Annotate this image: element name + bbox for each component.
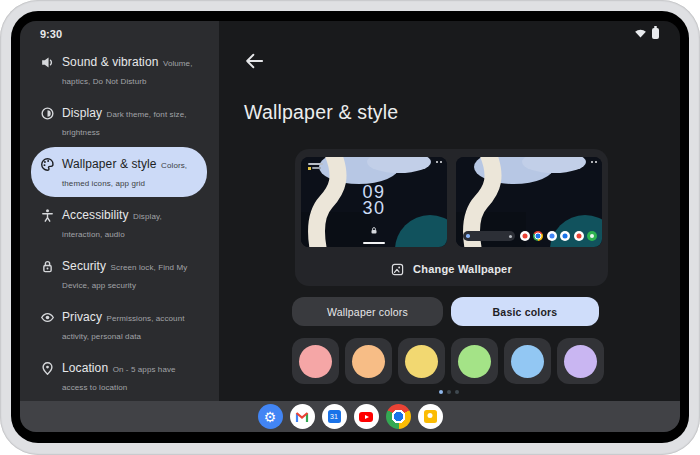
settings-app-icon[interactable]: ⚙ bbox=[258, 404, 283, 429]
gmail-mini-icon bbox=[520, 231, 530, 241]
sidebar-item-label: Sound & vibration bbox=[62, 55, 158, 69]
search-bar-mini bbox=[463, 231, 515, 241]
battery-icon bbox=[652, 28, 659, 39]
sidebar-item-sound[interactable]: Sound & vibration Volume, haptics, Do No… bbox=[31, 45, 207, 95]
lock-glyph-icon bbox=[371, 220, 377, 238]
color-swatch-yellow[interactable] bbox=[398, 338, 445, 384]
color-swatch-orange[interactable] bbox=[345, 338, 392, 384]
lock-icon bbox=[40, 259, 55, 274]
color-swatch-green[interactable] bbox=[451, 338, 498, 384]
taskbar: ⚙ 31 bbox=[20, 401, 680, 432]
settings-app-window: 9:30 Sound & vibration Volume, haptics, … bbox=[20, 21, 680, 432]
accessibility-icon bbox=[40, 208, 55, 223]
sidebar-item-location[interactable]: Location On - 5 apps have access to loca… bbox=[31, 351, 207, 401]
sidebar-item-label: Display bbox=[62, 106, 102, 120]
sidebar-item-accessibility[interactable]: Accessibility Display, interaction, audi… bbox=[31, 198, 207, 248]
home-indicator bbox=[363, 242, 385, 245]
page-dot bbox=[439, 390, 443, 394]
sidebar-item-label: Wallpaper & style bbox=[62, 157, 157, 171]
tab-basic-colors[interactable]: Basic colors bbox=[451, 297, 599, 326]
swatch-circle bbox=[511, 345, 544, 378]
wallpaper-preview-card: 09 30 bbox=[295, 149, 608, 286]
page-dot bbox=[447, 390, 451, 394]
change-wallpaper-button[interactable]: Change Wallpaper bbox=[295, 262, 608, 275]
gmail-app-icon[interactable] bbox=[290, 404, 315, 429]
phone-mini-icon bbox=[587, 231, 597, 241]
page-indicator[interactable] bbox=[292, 390, 605, 394]
sidebar-item-label: Accessibility bbox=[62, 208, 129, 222]
calendar-app-icon[interactable]: 31 bbox=[322, 404, 347, 429]
swatch-circle bbox=[458, 345, 491, 378]
home-screen-preview[interactable] bbox=[456, 157, 602, 247]
color-mode-tabs: Wallpaper colors Basic colors bbox=[292, 297, 605, 326]
swatch-circle bbox=[299, 345, 332, 378]
settings-sidebar: 9:30 Sound & vibration Volume, haptics, … bbox=[20, 21, 219, 401]
swatch-circle bbox=[405, 345, 438, 378]
drive-mini-icon bbox=[560, 231, 570, 241]
wallpaper-style-pane: Wallpaper & style bbox=[219, 21, 680, 401]
preview-status-icons bbox=[591, 161, 597, 163]
back-button[interactable] bbox=[244, 51, 264, 71]
keep-app-icon[interactable] bbox=[418, 404, 443, 429]
color-swatch-blue[interactable] bbox=[504, 338, 551, 384]
chrome-app-icon[interactable] bbox=[386, 404, 411, 429]
speaker-icon bbox=[40, 55, 55, 70]
swatch-circle bbox=[352, 345, 385, 378]
page-title: Wallpaper & style bbox=[244, 101, 398, 124]
sidebar-item-label: Security bbox=[62, 259, 106, 273]
change-wallpaper-label: Change Wallpaper bbox=[413, 263, 512, 275]
privacy-eye-icon bbox=[40, 310, 55, 325]
wifi-icon bbox=[634, 28, 647, 39]
preview-status-icons bbox=[436, 161, 442, 163]
color-swatch-pink[interactable] bbox=[292, 338, 339, 384]
sidebar-item-display[interactable]: Display Dark theme, font size, brightnes… bbox=[31, 96, 207, 146]
color-swatch-purple[interactable] bbox=[557, 338, 604, 384]
tablet-frame: 9:30 Sound & vibration Volume, haptics, … bbox=[0, 0, 700, 455]
sidebar-item-wallpaper-style[interactable]: Wallpaper & style Colors, themed icons, … bbox=[31, 147, 207, 197]
sidebar-item-security[interactable]: Security Screen lock, Find My Device, ap… bbox=[31, 249, 207, 299]
basic-color-swatches bbox=[292, 338, 604, 384]
photos-mini-icon bbox=[574, 231, 584, 241]
sidebar-item-label: Privacy bbox=[62, 310, 102, 324]
lock-screen-preview[interactable]: 09 30 bbox=[301, 157, 447, 247]
lock-clock: 09 30 bbox=[301, 184, 447, 216]
location-pin-icon bbox=[40, 361, 55, 376]
sidebar-item-privacy[interactable]: Privacy Permissions, account activity, p… bbox=[31, 300, 207, 350]
swatch-circle bbox=[564, 345, 597, 378]
chrome-mini-icon bbox=[533, 231, 543, 241]
status-icons bbox=[634, 28, 659, 39]
youtube-app-icon[interactable] bbox=[354, 404, 379, 429]
calendar-mini-icon bbox=[547, 231, 557, 241]
wallpaper-image-icon bbox=[391, 262, 404, 275]
palette-icon bbox=[40, 157, 55, 172]
page-dot bbox=[455, 390, 459, 394]
sidebar-item-label: Location bbox=[62, 361, 108, 375]
status-time: 9:30 bbox=[20, 25, 219, 45]
lock-date-widget bbox=[308, 163, 323, 170]
tab-wallpaper-colors[interactable]: Wallpaper colors bbox=[292, 297, 443, 326]
display-brightness-icon bbox=[40, 106, 55, 121]
screen: 9:30 Sound & vibration Volume, haptics, … bbox=[11, 11, 689, 443]
dock-mini bbox=[520, 231, 598, 241]
